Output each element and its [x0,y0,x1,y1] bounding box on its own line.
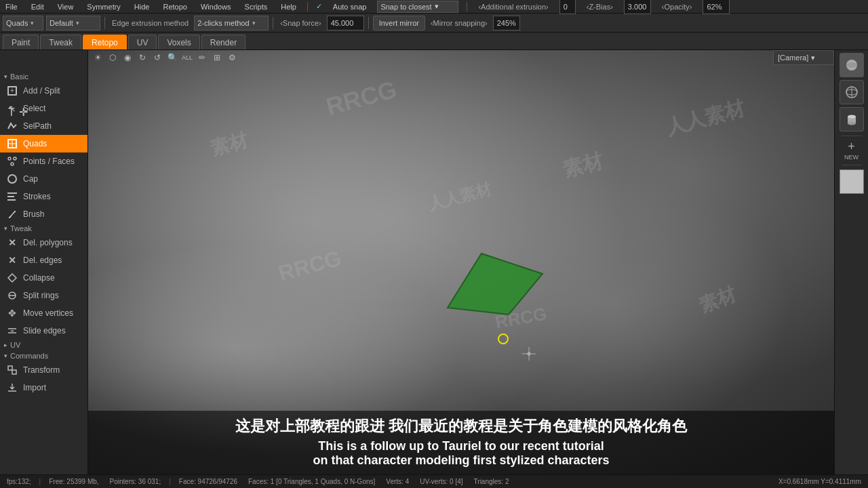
rp-new-group[interactable]: + NEW [840,140,864,161]
sidebar-item-add-split[interactable]: + Add / Split [0,82,87,100]
svg-point-20 [846,62,857,68]
rp-sphere-solid-btn[interactable] [840,53,864,77]
auto-snap-label[interactable]: Auto snap [330,3,370,11]
two-clicks-dropdown[interactable]: 2-clicks method ▾ [194,16,269,30]
menu-windows[interactable]: Windows [198,3,234,11]
menu-symmetry[interactable]: Symmetry [84,3,123,11]
rp-new-label: NEW [840,154,864,161]
default-dropdown[interactable]: Default ▾ [46,16,100,30]
vp-solid-icon[interactable]: ◉ [121,51,134,64]
default-arrow: ▾ [76,20,79,26]
auto-snap-check[interactable]: ✓ [316,2,322,11]
tab-paint[interactable]: Paint [3,35,39,49]
sidebar-item-collapse[interactable]: Collapse [0,269,87,287]
snap-to-arrow: ▾ [435,2,439,11]
invert-mirror-button[interactable]: Invert mirror [373,16,425,30]
menu-separator [307,2,308,12]
sidebar-item-quads[interactable]: Quads [0,135,87,152]
tweak-arrow: ▾ [4,225,7,232]
points-faces-label: Points / Faces [23,157,75,166]
uv-label: UV [10,341,20,349]
camera-dropdown[interactable]: [Camera] ▾ [773,50,834,65]
tab-tweak[interactable]: Tweak [40,35,81,49]
quads-icon [5,137,19,150]
status-bar: fps:132; | Free: 25399 Mb, Pointers: 36 … [0,474,868,488]
selpath-icon [5,119,19,133]
vp-undo-icon[interactable]: ↺ [151,51,164,64]
section-tweak[interactable]: ▾ Tweak [0,223,87,234]
collapse-label: Collapse [23,273,55,283]
vp-wire-icon[interactable]: ⬡ [106,51,119,64]
rp-cylinder-btn[interactable] [840,107,864,131]
vp-settings-icon[interactable]: ⚙ [225,51,239,64]
vp-pen-icon[interactable]: ✏ [195,51,209,64]
del-polygons-label: Del. polygons [23,238,73,247]
right-panel: + NEW [834,50,868,474]
status-verts: Verts: 4 [383,478,412,485]
rp-sphere-wire-btn[interactable] [840,80,864,104]
tab-voxels[interactable]: Voxels [158,35,199,49]
additional-extrusion-value[interactable]: 0 [559,0,576,14]
tab-retopo[interactable]: Retopo [83,35,127,49]
mirror-snapping-label: ‹Mirror snapping› [428,19,490,27]
sidebar-item-import[interactable]: Import [0,379,87,396]
strokes-label: Strokes [23,192,51,201]
rp-divider2 [842,165,862,165]
menu-scripts[interactable]: Scripts [242,3,271,11]
viewport[interactable]: RRCG 素材 人人素材 RRCG 素材 RRCG 人人素材 素材 ☀ ⬡ ◉ … [88,50,834,474]
move-vertices-label: Move vertices [23,308,73,318]
color-swatch[interactable] [840,169,864,194]
sidebar-item-split-rings[interactable]: Split rings [0,287,87,304]
cursor-tool[interactable]: T ✛ [3,103,88,121]
tab-render[interactable]: Render [201,35,245,49]
z-bias-label: ‹Z-Bias› [584,3,616,11]
menu-file[interactable]: File [3,3,20,11]
sidebar-item-strokes[interactable]: Strokes [0,188,87,205]
del-polygons-icon: ✕ [5,236,19,249]
sidebar-item-del-polygons[interactable]: ✕ Del. polygons [0,234,87,251]
cap-icon [5,172,19,186]
vp-rotate-icon[interactable]: ↻ [136,51,149,64]
snap-to-dropdown[interactable]: Snap to closest ▾ [377,1,458,13]
sidebar-item-del-edges[interactable]: ✕ Del. edges [0,251,87,269]
section-commands[interactable]: ▾ Commands [0,350,87,361]
menu-retopo[interactable]: Retopo [160,3,189,11]
sidebar-item-move-vertices[interactable]: ✥ Move vertices [0,304,87,322]
camera-arrow: ▾ [811,54,815,62]
sidebar-item-points-faces[interactable]: Points / Faces [0,152,87,170]
menu-hide[interactable]: Hide [132,3,153,11]
z-bias-value[interactable]: 3.000 [624,0,651,14]
svg-point-3 [8,157,11,160]
menu-view[interactable]: View [55,3,77,11]
sidebar-item-brush[interactable]: Brush [0,205,87,223]
slide-edges-label: Slide edges [23,326,66,336]
slide-edges-icon [5,324,19,338]
vp-search-icon[interactable]: 🔍 [165,51,179,64]
sidebar-item-transform[interactable]: Transform [0,361,87,379]
sidebar-item-cap[interactable]: Cap [0,170,87,188]
tab-uv[interactable]: UV [128,35,157,49]
vp-light-icon[interactable]: ☀ [91,51,104,64]
rp-new-icon: + [848,140,855,152]
sep2 [467,2,467,12]
section-basic[interactable]: ▾ Basic [0,71,87,82]
move-vertices-icon: ✥ [5,306,19,320]
vp-all-icon[interactable]: ALL [180,51,194,64]
menu-help[interactable]: Help [278,3,299,11]
toolbar-sep2 [273,17,273,29]
tab-bar: Paint Tweak Retopo UV Voxels Render [0,33,868,50]
status-faces-detail: Faces: 1 [0 Triangles, 1 Quads, 0 N-Gons… [245,478,378,485]
vp-grid-icon[interactable]: ⊞ [210,51,224,64]
split-rings-icon [5,289,19,302]
svg-point-26 [848,122,856,125]
sidebar-item-slide-edges[interactable]: Slide edges [0,322,87,340]
opacity-value[interactable]: 62% [703,0,730,14]
mirror-snapping-value[interactable]: 245% [493,16,520,30]
basic-arrow: ▾ [4,73,7,80]
quads-dropdown[interactable]: Quads ▾ [3,16,43,30]
section-uv[interactable]: ▸ UV [0,340,87,350]
brush-label: Brush [23,209,44,219]
snap-force-value[interactable]: 45.000 [327,16,364,30]
menu-edit[interactable]: Edit [28,3,47,11]
rp-divider [842,136,862,136]
